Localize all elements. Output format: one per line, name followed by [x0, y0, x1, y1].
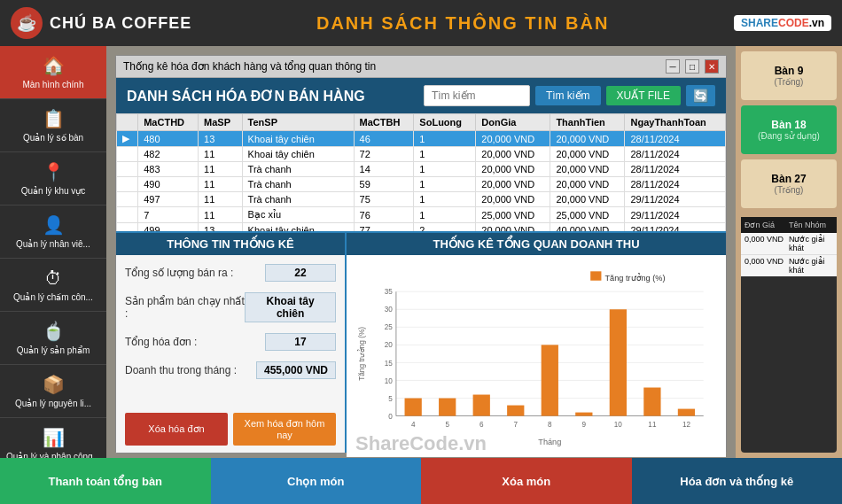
cell-thanhtien: 40,000 VND [550, 223, 625, 232]
table-row[interactable]: 49711Trà chanh75120,000 VND20,000 VND29/… [117, 192, 726, 207]
cell-thanhtien: 20,000 VND [550, 162, 625, 177]
cell-soluong: 1 [414, 162, 476, 177]
cell-soluong: 1 [414, 192, 476, 207]
cell-soluong: 2 [414, 223, 476, 232]
table-row[interactable]: 48311Trà chanh14120,000 VND20,000 VND28/… [117, 162, 726, 177]
svg-text:30: 30 [385, 306, 393, 314]
row-arrow [117, 223, 138, 232]
attendance-icon: ⏱ [44, 268, 62, 289]
row-arrow [117, 177, 138, 192]
table-row[interactable]: ▶48013Khoai tây chiên46120,000 VND20,000… [117, 131, 726, 147]
cell-masp: 13 [199, 223, 243, 232]
cell-dongia: 20,000 VND [476, 131, 550, 147]
svg-text:6: 6 [479, 421, 484, 429]
monthly-revenue-value: 455,000 VND [256, 361, 336, 379]
total-qty-label: Tổng số lượng bán ra : [125, 267, 233, 279]
cell-soluong: 1 [414, 131, 476, 147]
modal-close-btn[interactable]: ✕ [705, 59, 719, 74]
mini-name-2: Nước giải khát [789, 257, 833, 275]
sidebar-item-location[interactable]: 📍 Quản lý khu vực [0, 152, 106, 205]
stat-monthly-revenue: Doanh thu trong tháng : 455,000 VND [125, 361, 336, 379]
home-icon: 🏠 [43, 55, 65, 76]
chart-panel: THỐNG KÊ TỔNG QUAN DOANH THU Tăng trưởng… [347, 233, 726, 453]
export-button[interactable]: XUẤT FILE [606, 86, 681, 105]
col-arrow [117, 114, 138, 131]
ban18-title: Bàn 18 [771, 119, 806, 131]
modal-maximize-btn[interactable]: □ [685, 59, 699, 74]
view-today-button[interactable]: Xem hóa đơn hôm nay [233, 413, 336, 446]
best-product-value: Khoai tây chiên [245, 292, 336, 322]
cell-soluong: 1 [414, 177, 476, 192]
mini-row-2: 0,000 VND Nước giải khát [741, 255, 837, 276]
cell-macthd: 7 [138, 207, 199, 223]
cell-ngaythanhtoan: 29/11/2024 [625, 223, 726, 232]
cell-mactbh: 72 [354, 147, 414, 162]
delete-invoice-button[interactable]: Xóa hóa đơn [125, 413, 228, 446]
row-arrow [117, 162, 138, 177]
sidebar-item-attendance[interactable]: ⏱ Quản lý chấm côn... [0, 259, 106, 312]
cell-soluong: 1 [414, 147, 476, 162]
svg-text:25: 25 [385, 323, 393, 331]
remove-dish-button[interactable]: Xóa món [421, 458, 632, 504]
cell-macthd: 480 [138, 131, 199, 147]
svg-text:Tháng: Tháng [538, 438, 561, 446]
sidebar-item-products[interactable]: 🍵 Quản lý sản phẩm [0, 312, 106, 365]
svg-rect-24 [439, 399, 456, 416]
products-icon: 🍵 [43, 321, 65, 342]
cell-thanhtien: 20,000 VND [550, 131, 625, 147]
ingredients-icon: 📦 [43, 374, 65, 395]
chart-header: THỐNG KÊ TỔNG QUAN DOANH THU [347, 233, 726, 255]
modal-header: DANH SÁCH HÓA ĐƠN BÁN HÀNG Tìm kiếm XUẤT… [116, 78, 726, 113]
search-input[interactable] [424, 85, 530, 106]
cell-ngaythanhtoan: 28/11/2024 [625, 177, 726, 192]
refresh-button[interactable]: 🔄 [686, 85, 715, 106]
sidebar-item-staff[interactable]: 👤 Quản lý nhân viê... [0, 205, 106, 259]
table-card-ban18[interactable]: Bàn 18 (Đang sử dụng) [741, 105, 837, 154]
cell-ngaythanhtoan: 29/11/2024 [625, 192, 726, 207]
cell-masp: 11 [199, 177, 243, 192]
pay-all-button[interactable]: Thanh toán tổng bàn [0, 458, 211, 504]
cell-masp: 11 [199, 207, 243, 223]
share-text: SHARE [741, 17, 778, 29]
table-card-ban27[interactable]: Bàn 27 (Trống) [741, 159, 837, 208]
col-mactdhd: MaCTHD [138, 114, 199, 131]
table-row[interactable]: 49011Trà chanh59120,000 VND20,000 VND28/… [117, 177, 726, 192]
sidebar-item-orders[interactable]: 📋 Quản lý số bàn [0, 99, 106, 152]
invoice-stats-button[interactable]: Hóa đơn và thống kê [632, 458, 843, 504]
table-row[interactable]: 711Bạc xỉu76125,000 VND25,000 VND29/11/2… [117, 207, 726, 223]
table-card-ban9[interactable]: Bàn 9 (Trống) [741, 51, 837, 100]
svg-text:35: 35 [385, 288, 393, 296]
table-row[interactable]: 48211Khoai tây chiên72120,000 VND20,000 … [117, 147, 726, 162]
sharecode-badge: SHARECODE.vn [734, 15, 831, 31]
cell-mactbh: 76 [354, 207, 414, 223]
sidebar: 🏠 Màn hình chính 📋 Quản lý số bàn 📍 Quản… [0, 46, 106, 458]
stats-body: Tổng số lượng bán ra : 22 Sản phẩm bán c… [116, 255, 345, 406]
stat-total-qty: Tổng số lượng bán ra : 22 [125, 264, 336, 282]
revenue-chart: Tăng trưởng (%)05101520253035Tăng trưởng… [355, 264, 717, 448]
svg-text:12: 12 [682, 421, 690, 429]
stats-actions: Xóa hóa đơn Xem hóa đơn hôm nay [116, 406, 345, 453]
cell-masp: 11 [199, 147, 243, 162]
svg-text:10: 10 [614, 421, 622, 429]
cell-macthd: 497 [138, 192, 199, 207]
stats-panel: THÔNG TIN THỐNG KÊ Tổng số lượng bán ra … [116, 233, 347, 453]
sidebar-item-ingredients[interactable]: 📦 Quản lý nguyên li... [0, 365, 106, 418]
svg-rect-36 [643, 388, 660, 416]
ban9-title: Bàn 9 [775, 65, 804, 77]
svg-rect-38 [678, 409, 695, 416]
sidebar-item-home[interactable]: 🏠 Màn hình chính [0, 46, 106, 99]
choose-dish-button[interactable]: Chọn món [211, 458, 422, 504]
modal-minimize-btn[interactable]: ─ [666, 59, 680, 74]
mini-row-1: 0,000 VND Nước giải khát [741, 233, 837, 255]
mini-col-dongia: Đơn Giá [745, 221, 789, 229]
cell-ngaythanhtoan: 28/11/2024 [625, 162, 726, 177]
sidebar-label-location: Quản lý khu vực [21, 186, 86, 196]
sidebar-label-ingredients: Quản lý nguyên li... [15, 399, 91, 408]
center-title: DANH SÁCH THÔNG TIN BÀN [202, 13, 723, 34]
svg-rect-30 [542, 345, 558, 415]
table-row[interactable]: 49913Khoai tây chiên77220,000 VND40,000 … [117, 223, 726, 232]
svg-text:9: 9 [582, 421, 587, 429]
modal-titlebar-text: Thống kê hóa đơn khách hàng và tổng quan… [123, 60, 666, 73]
cell-mactbh: 14 [354, 162, 414, 177]
search-button[interactable]: Tìm kiếm [535, 86, 601, 105]
